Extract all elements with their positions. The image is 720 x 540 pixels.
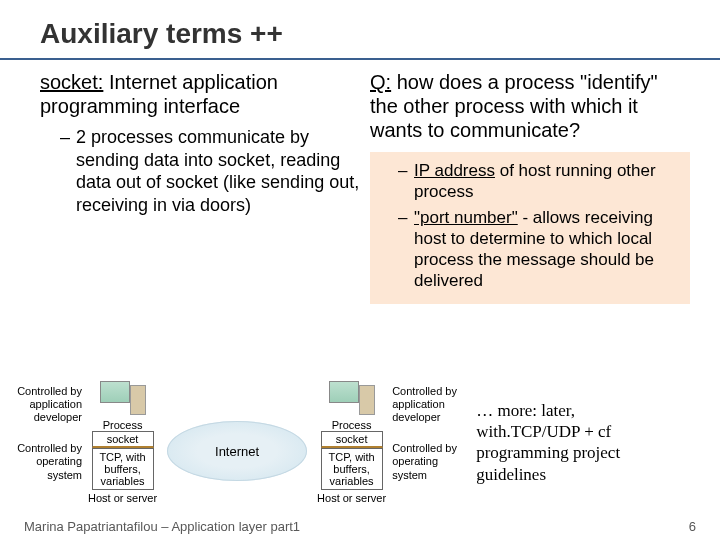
computer-icon — [100, 381, 146, 417]
right-bullet-2: – "port number" - allows receiving host … — [378, 205, 682, 294]
tcp-box: TCP, with buffers, variables — [321, 448, 383, 490]
tcp-box: TCP, with buffers, variables — [92, 448, 154, 490]
content-columns: socket: Internet application programming… — [0, 70, 720, 304]
left-control-labels: Controlled by application developer Cont… — [10, 381, 82, 482]
socket-diagram: Controlled by application developer Cont… — [0, 381, 720, 504]
title-divider — [0, 58, 720, 60]
footer-author: Marina Papatriantafilou – Application la… — [24, 519, 300, 534]
q-text: how does a process "identify" the other … — [370, 71, 658, 141]
host-caption: Host or server — [88, 492, 157, 504]
left-column: socket: Internet application programming… — [40, 70, 360, 304]
slide-title: Auxiliary terms ++ — [0, 0, 720, 58]
bullet-dash: – — [398, 207, 414, 292]
left-host: Process socket TCP, with buffers, variab… — [88, 381, 157, 504]
right-host: Process socket TCP, with buffers, variab… — [317, 381, 386, 504]
slide-footer: Marina Papatriantafilou – Application la… — [24, 519, 696, 534]
left-host-group: Controlled by application developer Cont… — [10, 381, 157, 504]
process-label: Process — [103, 419, 143, 431]
ctrl-os-label: Controlled by operating system — [10, 442, 82, 482]
computer-icon — [329, 381, 375, 417]
socket-box: socket — [321, 431, 383, 448]
page-number: 6 — [689, 519, 696, 534]
right-bullet-1-text: IP address of host running other process — [414, 160, 682, 203]
ctrl-os-label: Controlled by operating system — [392, 442, 464, 482]
socket-box: socket — [92, 431, 154, 448]
question-heading: Q: how does a process "identify" the oth… — [370, 70, 690, 148]
right-column: Q: how does a process "identify" the oth… — [370, 70, 690, 304]
ctrl-app-dev-label: Controlled by application developer — [392, 385, 464, 425]
internet-label: Internet — [215, 444, 259, 459]
right-host-group: Process socket TCP, with buffers, variab… — [317, 381, 464, 504]
right-control-labels: Controlled by application developer Cont… — [392, 381, 464, 482]
bullet-dash: – — [398, 160, 414, 203]
socket-heading: socket: Internet application programming… — [40, 70, 360, 124]
right-bullet-2-text: "port number" - allows receiving host to… — [414, 207, 682, 292]
ctrl-app-dev-label: Controlled by application developer — [10, 385, 82, 425]
q-label: Q: — [370, 71, 391, 93]
process-label: Process — [332, 419, 372, 431]
bullet-dash: – — [60, 126, 76, 216]
internet-cloud-wrap: Internet — [157, 403, 317, 481]
left-bullet-1-text: 2 processes communicate by sending data … — [76, 126, 360, 216]
right-bullet-1: – IP address of host running other proce… — [378, 158, 682, 205]
answer-box: – IP address of host running other proce… — [370, 152, 690, 304]
socket-term: socket: — [40, 71, 103, 93]
more-note: … more: later, with.TCP/UDP + cf program… — [464, 400, 624, 485]
left-bullet-1: – 2 processes communicate by sending dat… — [40, 124, 360, 218]
host-caption: Host or server — [317, 492, 386, 504]
cloud-icon: Internet — [167, 421, 307, 481]
